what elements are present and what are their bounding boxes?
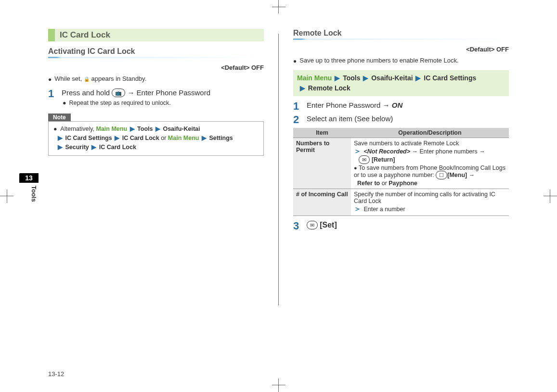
desc-line2a: → Enter phone numbers → <box>412 148 485 155</box>
chapter-number: 13 <box>19 173 39 183</box>
set-btn: [Set] <box>320 221 337 229</box>
step1-text-b: → Enter Phone Password <box>127 89 210 97</box>
chevron-right-icon: ▶ <box>363 74 368 82</box>
not-recorded: <Not Recorded> <box>363 148 410 155</box>
menu-main: Main Menu <box>96 126 127 132</box>
page-number: 13-12 <box>48 370 64 378</box>
bullet-icon: ● <box>63 100 66 106</box>
menu-key-icon: ☐ <box>436 171 447 179</box>
table-item-incoming: # of Incoming Call <box>293 189 351 216</box>
chevron-right-icon: ▶ <box>300 84 305 92</box>
bullet-icon: ● <box>48 75 52 84</box>
column-divider <box>278 34 279 305</box>
tv-key-icon: 📺 <box>112 89 125 97</box>
step-number: 1 <box>293 101 301 112</box>
menu-settings: Settings <box>209 135 233 141</box>
gt-icon: ＞ <box>354 147 361 155</box>
step-number: 3 <box>293 221 301 231</box>
desc-line1: Save numbers to activate Remote Lock <box>354 140 459 147</box>
menu-ic-lock2: IC Card Lock <box>99 144 136 151</box>
bullet-icon: ● <box>53 126 57 132</box>
step-number: 2 <box>293 114 301 125</box>
menu-ic-settings: IC Card Settings <box>65 135 112 141</box>
step-3-right: 3 ✉ [Set] <box>293 221 509 231</box>
table-row: Numbers to Permit Save numbers to activa… <box>293 138 509 189</box>
section-title-ic-card-lock: IC Card Lock <box>48 29 264 41</box>
bullet-icon: ● <box>293 57 297 65</box>
default-off-left: <Default> OFF <box>48 64 264 71</box>
chevron-right-icon: ▶ <box>415 74 421 82</box>
menu-tools: Tools <box>137 126 153 132</box>
return-btn: [Return] <box>372 156 395 163</box>
chevron-right-icon: ▶ <box>202 135 207 141</box>
menu-btn: [Menu] <box>447 172 467 178</box>
subsection-underline <box>293 38 509 40</box>
desc-line2: Enter a number <box>363 206 405 213</box>
step-number: 1 <box>48 89 56 106</box>
menu-remote-lock: Remote Lock <box>308 84 350 92</box>
bullet-text: Save up to three phone numbers to enable… <box>299 57 458 65</box>
ic-lock-icon: 🔒 <box>84 76 90 82</box>
menu-main: Main Menu <box>297 74 332 82</box>
registration-mark-right <box>550 190 557 203</box>
step1-text-a: Press and hold <box>62 89 110 97</box>
menu-ic-settings: IC Card Settings <box>424 74 476 82</box>
desc-line1: Specify the number of incoming calls for… <box>354 191 495 204</box>
bullet-while-set: ● While set, 🔒 appears in Standby. <box>48 75 264 84</box>
mail-key-icon: ✉ <box>307 221 318 229</box>
chevron-right-icon: ▶ <box>130 126 135 132</box>
bullet-text-a: While set, <box>54 75 82 82</box>
operations-table: Item Operation/Description Numbers to Pe… <box>293 128 509 216</box>
menu-main2: Main Menu <box>168 135 199 141</box>
default-off-right: <Default> OFF <box>293 46 509 53</box>
gt-icon: ＞ <box>354 204 361 213</box>
table-row: # of Incoming Call Specify the number of… <box>293 189 509 216</box>
note-box: ● Alternatively, Main Menu ▶ Tools ▶ Osa… <box>48 121 264 156</box>
table-header-item: Item <box>293 128 351 138</box>
bullet-icon: ● <box>354 165 357 171</box>
chevron-right-icon: ▶ <box>58 135 63 141</box>
step1-sub: Repeat the step as required to unlock. <box>69 100 171 106</box>
menu-osaifu: Osaifu-Keitai <box>163 126 200 132</box>
table-item-numbers: Numbers to Permit <box>293 138 351 189</box>
registration-mark-left <box>0 190 7 203</box>
step-1-left: 1 Press and hold 📺 → Enter Phone Passwor… <box>48 89 264 106</box>
step-2-right: 2 Select an item (See below) <box>293 114 509 125</box>
note-label: Note <box>48 114 71 121</box>
chevron-right-icon: ▶ <box>335 74 340 82</box>
step2-text: Select an item (See below) <box>307 114 509 125</box>
chevron-right-icon: ▶ <box>115 135 119 141</box>
desc-b1: To save numbers from Phone Book/Incoming… <box>354 164 505 178</box>
mail-key-icon: ✉ <box>359 155 370 164</box>
chevron-right-icon: ▶ <box>91 144 96 151</box>
desc-b2: → <box>469 172 475 178</box>
note-or: or <box>161 135 166 141</box>
chevron-right-icon: ▶ <box>58 144 63 151</box>
subsection-underline <box>48 57 264 58</box>
payphone: Payphone <box>389 180 417 187</box>
table-header-op: Operation/Description <box>351 128 509 138</box>
section-remote-lock: Remote Lock <box>293 29 509 38</box>
step-1-right: 1 Enter Phone Password → ON <box>293 101 509 112</box>
chapter-label: Tools <box>19 183 39 205</box>
menu-osaifu: Osaifu-Keitai <box>371 74 413 82</box>
page-content: 13 Tools IC Card Lock Activating IC Card… <box>48 29 509 363</box>
left-column: IC Card Lock Activating IC Card Lock <De… <box>48 29 264 363</box>
step1-on: ON <box>392 101 403 109</box>
table-header-row: Item Operation/Description <box>293 128 509 138</box>
table-desc-numbers: Save numbers to activate Remote Lock ＞ <… <box>351 138 509 189</box>
bullet-text-b: appears in Standby. <box>91 75 147 82</box>
menu-tools: Tools <box>343 74 360 82</box>
bullet-save-three: ● Save up to three phone numbers to enab… <box>293 57 509 65</box>
registration-mark-top <box>272 0 285 7</box>
menu-path-box: Main Menu ▶ Tools ▶ Osaifu-Keitai ▶ IC C… <box>293 70 509 96</box>
refer-to: Refer to <box>357 180 380 187</box>
table-desc-incoming: Specify the number of incoming calls for… <box>351 189 509 216</box>
or-text: or <box>382 180 387 187</box>
registration-mark-bottom <box>272 385 285 392</box>
chapter-tab: 13 Tools <box>19 173 39 205</box>
chevron-right-icon: ▶ <box>155 126 160 132</box>
right-column: Remote Lock <Default> OFF ● Save up to t… <box>293 29 509 363</box>
subsection-activating: Activating IC Card Lock <box>48 47 264 56</box>
step1-text: Enter Phone Password → <box>307 101 390 109</box>
